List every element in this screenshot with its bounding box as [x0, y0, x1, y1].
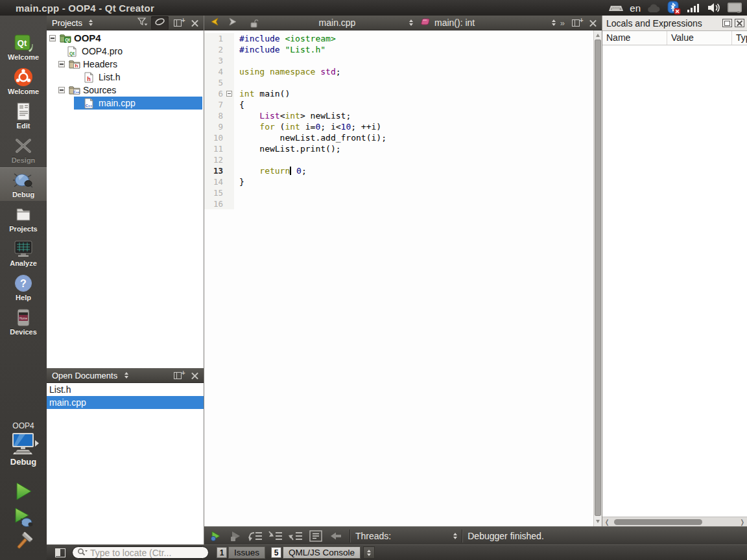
- scroll-left-icon[interactable]: ❬: [604, 520, 610, 525]
- column-header-type[interactable]: Type: [732, 31, 747, 45]
- tree-item-oop4.pro[interactable]: QtOOP4.pro: [47, 45, 204, 58]
- mode-debug[interactable]: Debug: [0, 167, 47, 202]
- open-doc-list.h[interactable]: List.h: [47, 383, 204, 396]
- toolbar-overflow-icon[interactable]: »: [558, 18, 567, 28]
- keyboard-icon[interactable]: [608, 3, 624, 13]
- projects-panel-title[interactable]: Projects: [47, 18, 82, 28]
- tree-item-label: OOP4.pro: [82, 46, 123, 56]
- cloud-icon[interactable]: [646, 3, 661, 13]
- mode-help[interactable]: ?Help: [0, 270, 47, 305]
- mode-welcome[interactable]: Welcome: [0, 64, 47, 99]
- code-line[interactable]: 6int main(): [204, 88, 593, 99]
- symbol-selector[interactable]: main(): int: [417, 16, 558, 30]
- open-documents-split-icon[interactable]: [169, 369, 186, 382]
- tree-item-oop4[interactable]: QtOOP4: [47, 32, 204, 45]
- column-header-value[interactable]: Value: [667, 31, 732, 45]
- fold-marker-icon[interactable]: [226, 91, 232, 97]
- tree-item-label: List.h: [99, 72, 120, 82]
- open-documents-combo-arrows-icon[interactable]: [117, 369, 135, 382]
- tree-expander-icon[interactable]: [58, 87, 65, 93]
- open-documents-close-icon[interactable]: [186, 369, 204, 382]
- mode-label: Design: [12, 156, 36, 164]
- svg-text:h: h: [75, 63, 78, 69]
- locator-field[interactable]: [72, 546, 209, 559]
- mode-projects[interactable]: Projects: [0, 202, 47, 236]
- sync-with-editor-icon[interactable]: [151, 16, 169, 30]
- code-line[interactable]: 10 newList.add_front(i);: [204, 132, 593, 143]
- source-view-icon[interactable]: [307, 528, 325, 544]
- code-line[interactable]: 1#include <iostream>: [204, 33, 593, 44]
- threads-combo-icon[interactable]: [453, 533, 457, 539]
- code-line[interactable]: 9 for (int i=0; i<10; ++i): [204, 121, 593, 132]
- code-line[interactable]: 2#include "List.h": [204, 44, 593, 55]
- issues-button[interactable]: Issues: [228, 546, 265, 559]
- float-panel-icon[interactable]: [722, 19, 732, 27]
- display-icon[interactable]: [727, 2, 742, 14]
- kit-selector[interactable]: OOP4 Debug: [0, 421, 47, 467]
- projects-combo-arrows-icon[interactable]: [82, 16, 100, 30]
- volume-icon[interactable]: [707, 2, 721, 14]
- column-header-name[interactable]: Name: [602, 31, 667, 45]
- go-back-icon[interactable]: [204, 16, 224, 30]
- editor-vertical-scrollbar[interactable]: [593, 30, 602, 526]
- project-tree: QtOOP4QtOOP4.prohHeadershList.hC++Source…: [47, 30, 204, 368]
- keyboard-layout-indicator[interactable]: en: [630, 3, 641, 14]
- open-documents-title[interactable]: Open Documents: [47, 371, 117, 380]
- projects-split-icon[interactable]: [169, 16, 186, 30]
- code-line[interactable]: 16: [204, 198, 593, 209]
- interrupt-icon[interactable]: [226, 528, 244, 544]
- tree-expander-icon[interactable]: [58, 61, 65, 67]
- run-button[interactable]: [0, 481, 47, 504]
- code-line[interactable]: 12: [204, 154, 593, 165]
- locator-input[interactable]: [90, 548, 204, 558]
- signal-strength-icon[interactable]: [687, 3, 701, 13]
- code-line[interactable]: 4using namespace std;: [204, 66, 593, 77]
- tree-item-sources[interactable]: C++Sources: [47, 84, 204, 97]
- filter-icon[interactable]: [134, 16, 151, 30]
- tree-item-list.h[interactable]: hList.h: [47, 71, 204, 84]
- open-doc-main.cpp[interactable]: main.cpp: [47, 396, 204, 409]
- code-line[interactable]: 3: [204, 55, 593, 66]
- threads-label: Threads:: [355, 531, 391, 541]
- close-panel-icon[interactable]: [735, 19, 744, 27]
- fold-column: [225, 66, 234, 77]
- jump-back-icon[interactable]: [327, 528, 345, 544]
- open-file-selector[interactable]: main.cpp: [243, 16, 417, 30]
- go-forward-icon[interactable]: [224, 16, 243, 30]
- design-tools-icon: [14, 136, 33, 156]
- code-line[interactable]: 15: [204, 187, 593, 198]
- scroll-right-icon[interactable]: ❭: [740, 520, 745, 525]
- scrollbar-thumb[interactable]: [595, 40, 601, 516]
- projects-close-icon[interactable]: [186, 16, 204, 30]
- build-button[interactable]: [0, 531, 47, 555]
- code-editor[interactable]: 1#include <iostream>2#include "List.h"34…: [204, 30, 593, 526]
- run-debug-button[interactable]: [0, 507, 47, 530]
- editor-split-icon[interactable]: [567, 16, 584, 30]
- tree-item-headers[interactable]: hHeaders: [47, 58, 204, 71]
- step-out-icon[interactable]: [287, 528, 305, 544]
- code-line[interactable]: 5: [204, 77, 593, 88]
- locals-horizontal-scrollbar[interactable]: ❬ ❭: [602, 517, 747, 526]
- code-line[interactable]: 14}: [204, 176, 593, 187]
- output-pane-combo-icon[interactable]: [363, 546, 375, 559]
- editor-close-icon[interactable]: [584, 16, 602, 30]
- mode-welcome[interactable]: QtWelcome: [0, 30, 47, 64]
- qml-js-console-button[interactable]: QML/JS Console: [283, 546, 361, 559]
- toggle-sidebar-icon[interactable]: [55, 548, 65, 557]
- bluetooth-icon[interactable]: [667, 1, 681, 15]
- continue-icon[interactable]: [206, 528, 224, 544]
- tree-expander-icon[interactable]: [49, 35, 56, 41]
- mode-edit[interactable]: Edit: [0, 99, 47, 133]
- mode-analyze[interactable]: Analyze: [0, 236, 47, 270]
- mode-devices[interactable]: HomeDevices: [0, 305, 47, 339]
- code-line[interactable]: 11 newList.print();: [204, 143, 593, 154]
- code-line[interactable]: 13 return 0;: [204, 165, 593, 176]
- step-into-icon[interactable]: [267, 528, 285, 544]
- code-line[interactable]: 8 List<int> newList;: [204, 110, 593, 121]
- scroll-down-icon[interactable]: [596, 520, 600, 523]
- tree-item-main.cpp[interactable]: C++main.cpp: [47, 97, 204, 110]
- code-line[interactable]: 7{: [204, 99, 593, 110]
- step-over-icon[interactable]: [246, 528, 265, 544]
- scrollbar-thumb[interactable]: [614, 519, 702, 525]
- scroll-up-icon[interactable]: [596, 34, 600, 37]
